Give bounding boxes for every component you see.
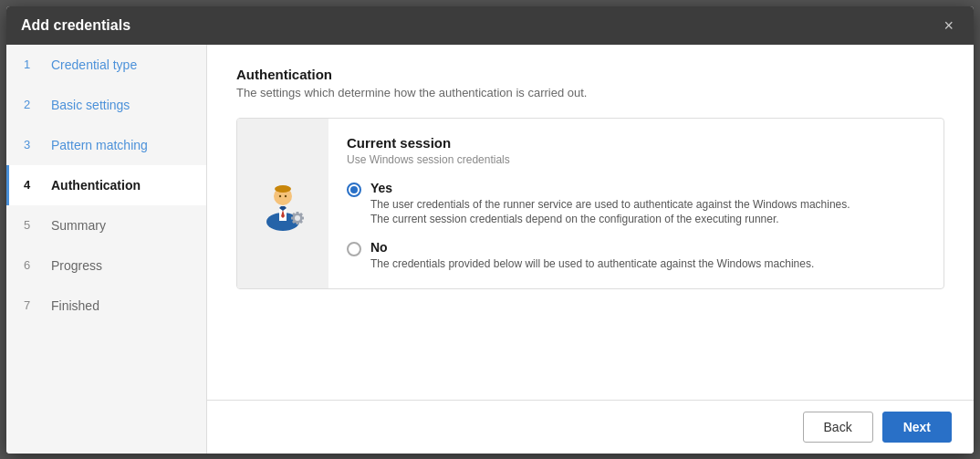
step-label-7: Finished <box>51 298 99 313</box>
svg-point-5 <box>279 194 281 196</box>
card-description: Use Windows session credentials <box>347 153 925 166</box>
radio-yes-indicator <box>347 183 361 197</box>
radio-yes-desc: The user credentials of the runner servi… <box>370 197 850 228</box>
card-title: Current session <box>347 135 925 151</box>
step-label-1: Credential type <box>51 57 137 72</box>
sidebar-steps: 1 Credential type 2 Basic settings 3 Pat… <box>6 45 206 326</box>
sidebar-item-basic-settings[interactable]: 2 Basic settings <box>6 85 206 125</box>
content-footer: Back Next <box>207 400 974 454</box>
radio-group: Yes The user credentials of the runner s… <box>347 181 925 272</box>
section-subtitle: The settings which determine how the aut… <box>236 86 944 99</box>
radio-no-desc: The credentials provided below will be u… <box>370 256 814 272</box>
step-num-4: 4 <box>24 178 42 192</box>
sidebar: 1 Credential type 2 Basic settings 3 Pat… <box>6 45 207 454</box>
step-label-4: Authentication <box>51 178 141 193</box>
step-label-6: Progress <box>51 258 102 273</box>
svg-rect-13 <box>301 216 304 219</box>
modal-title: Add credentials <box>21 17 130 34</box>
section-title: Authentication <box>236 67 944 82</box>
radio-no-title: No <box>370 240 814 255</box>
svg-rect-10 <box>297 212 299 214</box>
radio-yes-label: Yes The user credentials of the runner s… <box>370 181 850 228</box>
step-num-2: 2 <box>24 98 42 111</box>
close-button[interactable]: × <box>938 16 959 36</box>
step-label-2: Basic settings <box>51 98 130 112</box>
radio-yes-title: Yes <box>370 181 850 195</box>
sidebar-item-pattern-matching[interactable]: 3 Pattern matching <box>6 125 206 165</box>
sidebar-item-credential-type[interactable]: 1 Credential type <box>6 45 206 85</box>
svg-rect-12 <box>291 216 294 219</box>
radio-no-indicator <box>347 242 361 256</box>
card-icon-area <box>237 119 328 288</box>
svg-point-4 <box>275 185 291 193</box>
modal-body: 1 Credential type 2 Basic settings 3 Pat… <box>6 45 974 454</box>
sidebar-item-authentication[interactable]: 4 Authentication <box>6 165 206 205</box>
radio-no-label: No The credentials provided below will b… <box>370 240 814 272</box>
card-body: Current session Use Windows session cred… <box>328 119 944 288</box>
next-button[interactable]: Next <box>882 412 952 443</box>
svg-point-6 <box>285 194 287 196</box>
content-main: Authentication The settings which determ… <box>207 45 974 400</box>
step-num-6: 6 <box>24 258 42 272</box>
radio-option-no[interactable]: No The credentials provided below will b… <box>347 240 925 272</box>
step-num-7: 7 <box>24 298 42 312</box>
step-label-3: Pattern matching <box>51 138 148 152</box>
current-session-card: Current session Use Windows session cred… <box>236 118 944 289</box>
step-num-3: 3 <box>24 138 42 151</box>
add-credentials-modal: Add credentials × 1 Credential type 2 Ba… <box>6 6 974 454</box>
svg-rect-11 <box>297 222 299 224</box>
svg-point-9 <box>295 215 300 221</box>
step-num-5: 5 <box>24 218 42 232</box>
user-gear-icon <box>255 176 310 231</box>
step-label-5: Summary <box>51 218 106 233</box>
step-num-1: 1 <box>24 57 42 71</box>
radio-option-yes[interactable]: Yes The user credentials of the runner s… <box>347 181 925 228</box>
sidebar-item-finished[interactable]: 7 Finished <box>6 286 206 326</box>
sidebar-item-summary[interactable]: 5 Summary <box>6 205 206 245</box>
back-button[interactable]: Back <box>803 412 873 443</box>
sidebar-item-progress[interactable]: 6 Progress <box>6 245 206 286</box>
modal-header: Add credentials × <box>6 6 974 45</box>
content-area: Authentication The settings which determ… <box>207 45 974 454</box>
